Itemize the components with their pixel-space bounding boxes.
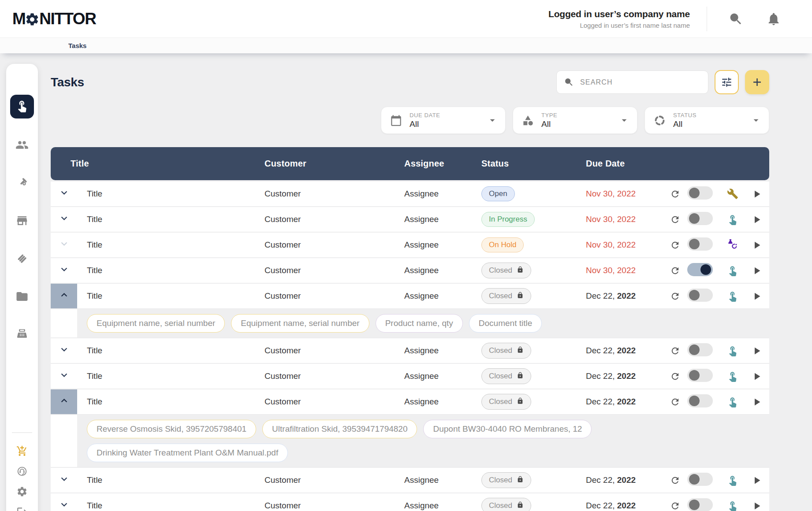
row-open-button[interactable] [744,396,769,408]
row-title: Title [77,266,264,275]
row-toggle[interactable] [687,237,722,253]
filter-button[interactable] [715,70,739,94]
bell-icon[interactable] [766,11,781,26]
row-expand-toggle[interactable] [51,181,77,206]
row-expand-toggle[interactable] [51,233,77,257]
row-open-button[interactable] [744,500,769,511]
search-input[interactable] [580,78,701,86]
brand-logo[interactable]: M NITTOR [12,10,96,28]
filter-status-dropdown[interactable]: STATUSAll [644,107,769,134]
sidebar-item-settings[interactable] [16,487,28,498]
row-refresh-button[interactable] [663,240,687,250]
row-open-button[interactable] [744,214,769,226]
column-header-title: Title [51,159,264,169]
row-open-button[interactable] [744,345,769,357]
lock-icon [517,372,524,381]
status-badge: Open [481,186,515,202]
row-expand-toggle[interactable] [51,468,77,492]
row-open-button[interactable] [744,370,769,382]
equipment-chip[interactable]: Reverse Osmosis Skid, 3957205798401 [87,420,256,438]
row-assignee: Assignee [404,189,481,199]
row-expand-toggle[interactable] [51,258,77,283]
chevron-down-icon [58,473,70,487]
caret-down-icon [618,115,630,126]
filter-due-date-dropdown[interactable]: DUE DATEAll [381,107,506,134]
sidebar-item-tasks[interactable] [10,95,34,118]
row-refresh-button[interactable] [663,371,687,381]
row-refresh-button[interactable] [663,291,687,301]
row-open-button[interactable] [744,474,769,486]
equipment-chip[interactable]: Equipment name, serial number [231,314,369,333]
row-toggle[interactable] [687,289,722,304]
row-toggle[interactable] [687,473,722,488]
column-header-status: Status [481,159,586,169]
row-due-date: Dec 22, 2022 [586,397,663,407]
add-task-button[interactable] [745,70,769,94]
handshake-icon [15,252,29,267]
row-toggle[interactable] [687,212,722,227]
row-refresh-button[interactable] [663,346,687,356]
row-refresh-button[interactable] [663,501,687,511]
column-header-assignee: Assignee [404,159,481,169]
breadcrumb[interactable]: Tasks [68,42,86,49]
row-toggle[interactable] [687,498,722,511]
row-expand-toggle[interactable] [51,338,77,363]
row-open-button[interactable] [744,265,769,277]
row-customer: Customer [264,291,404,301]
document-chip[interactable]: Document title [469,314,542,333]
row-refresh-button[interactable] [663,397,687,407]
row-open-button[interactable] [744,290,769,302]
search-icon[interactable] [728,11,743,26]
row-title: Title [77,371,264,381]
row-refresh-button[interactable] [663,475,687,485]
table-row: TitleCustomerAssigneeClosedDec 22, 2022 [51,468,769,493]
sidebar-item-files[interactable] [15,290,29,304]
table-header: TitleCustomerAssigneeStatusDue Date [51,147,769,180]
row-assignee: Assignee [404,346,481,355]
company-name: Logged in user’s company name [548,9,690,19]
table-row: TitleCustomerAssigneeClosedNov 30, 2022 [51,258,769,284]
row-toggle[interactable] [687,263,722,278]
document-chip[interactable]: Drinking Water Treatment Plant O&M Manua… [87,444,288,462]
row-open-button[interactable] [744,239,769,251]
row-expand-toggle[interactable] [51,364,77,389]
row-toggle[interactable] [687,394,722,410]
sidebar-item-logout[interactable] [16,507,28,511]
equipment-chip[interactable]: Ultrafiltration Skid, 39539471794820 [262,420,417,438]
row-expand-toggle[interactable] [51,207,77,232]
row-refresh-button[interactable] [663,266,687,276]
row-expand-toggle[interactable] [51,389,77,414]
row-assignee: Assignee [404,291,481,301]
row-refresh-button[interactable] [663,189,687,199]
folder-icon [15,290,29,305]
sidebar-item-customers[interactable] [15,139,29,153]
column-header-due-date: Due Date [586,159,663,169]
sidebar-item-sales[interactable] [15,328,29,342]
chevron-down-icon [58,212,70,226]
row-expand-toggle[interactable] [51,493,77,511]
row-refresh-button[interactable] [663,215,687,225]
equipment-chip[interactable]: Equipment name, serial number [87,314,225,333]
sidebar-item-purchases[interactable] [16,446,28,458]
product-chip[interactable]: Dupont BW30-4040 RO Membranes, 12 [423,420,592,438]
filter-type-dropdown[interactable]: TYPEAll [513,107,637,134]
row-expand-toggle[interactable] [51,284,77,308]
tune-icon [721,76,733,88]
caret-down-icon [487,115,498,126]
sidebar-item-partners[interactable] [15,252,29,267]
sidebar-item-support[interactable] [16,467,28,478]
row-toggle[interactable] [687,186,722,202]
row-open-button[interactable] [744,188,769,200]
status-badge: In Progress [481,212,535,227]
status-badge: Closed [481,394,531,410]
sidebar-item-store[interactable] [15,215,29,229]
tasks-table: TitleCustomerAssigneeStatusDue Date Titl… [51,147,769,511]
row-toggle[interactable] [687,369,722,384]
row-toggle[interactable] [687,343,722,359]
search-box [556,70,708,94]
sidebar-item-services[interactable] [15,177,29,191]
product-chip[interactable]: Product name, qty [376,314,463,333]
lock-icon [517,501,524,511]
filter-value: All [673,119,697,129]
row-title: Title [77,346,264,355]
